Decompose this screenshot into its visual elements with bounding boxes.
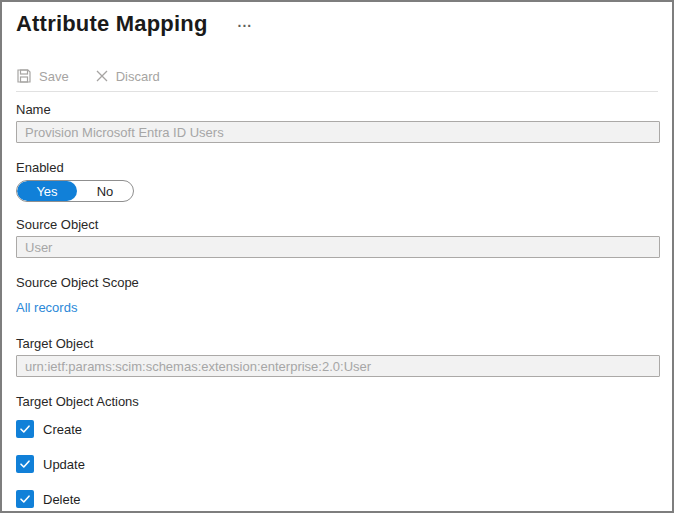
source-object-scope-label: Source Object Scope bbox=[16, 274, 658, 292]
target-object-label: Target Object bbox=[16, 335, 658, 353]
action-row-update: Update bbox=[16, 455, 658, 473]
target-object-input[interactable] bbox=[16, 355, 660, 377]
save-floppy-icon bbox=[16, 68, 32, 84]
save-button[interactable]: Save bbox=[16, 68, 69, 84]
source-object-label: Source Object bbox=[16, 216, 658, 234]
toolbar-separator bbox=[16, 91, 658, 92]
source-object-input[interactable] bbox=[16, 236, 660, 258]
checkmark-icon bbox=[19, 493, 31, 505]
pane-header: Attribute Mapping ... bbox=[16, 10, 658, 38]
update-checkbox[interactable] bbox=[16, 455, 34, 473]
enabled-toggle[interactable]: Yes No bbox=[16, 180, 134, 202]
discard-button[interactable]: Discard bbox=[95, 69, 160, 84]
enabled-label: Enabled bbox=[16, 159, 658, 177]
create-checkbox[interactable] bbox=[16, 420, 34, 438]
update-checkbox-label: Update bbox=[43, 457, 85, 472]
close-x-icon bbox=[95, 69, 109, 83]
toggle-no-option[interactable]: No bbox=[77, 181, 133, 201]
delete-checkbox-label: Delete bbox=[43, 492, 81, 507]
toggle-yes-option[interactable]: Yes bbox=[17, 181, 77, 201]
discard-label: Discard bbox=[116, 69, 160, 84]
delete-checkbox[interactable] bbox=[16, 490, 34, 508]
command-toolbar: Save Discard bbox=[16, 66, 658, 86]
attribute-mapping-pane: Attribute Mapping ... Save bbox=[0, 0, 674, 513]
save-label: Save bbox=[39, 69, 69, 84]
target-object-actions-label: Target Object Actions bbox=[16, 393, 658, 411]
more-options-icon[interactable]: ... bbox=[238, 14, 253, 30]
name-label: Name bbox=[16, 101, 658, 119]
checkmark-icon bbox=[19, 458, 31, 470]
name-input[interactable] bbox=[16, 121, 660, 143]
page-title: Attribute Mapping bbox=[16, 10, 208, 38]
checkmark-icon bbox=[19, 423, 31, 435]
all-records-link[interactable]: All records bbox=[16, 299, 77, 317]
action-row-create: Create bbox=[16, 420, 658, 438]
create-checkbox-label: Create bbox=[43, 422, 82, 437]
action-row-delete: Delete bbox=[16, 490, 658, 508]
